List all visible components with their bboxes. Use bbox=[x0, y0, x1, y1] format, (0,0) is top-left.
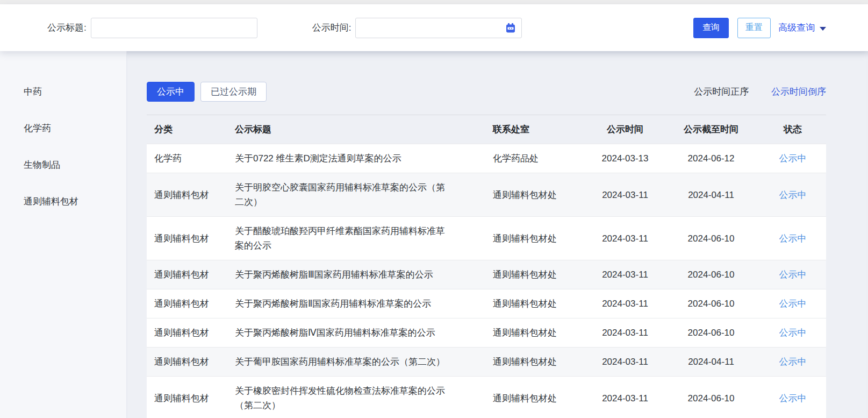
status-link[interactable]: 公示中 bbox=[779, 190, 807, 200]
cell-category: 通则辅料包材 bbox=[147, 318, 227, 348]
cell-deadline-date: 2024-06-10 bbox=[663, 318, 759, 348]
notice-title-link[interactable]: 关于明胶空心胶囊国家药用辅料标准草案的公示（第二次） bbox=[235, 180, 451, 209]
notice-title-link[interactable]: 关于橡胶密封件挥发性硫化物检查法标准草案的公示（第二次） bbox=[235, 384, 451, 413]
toolbar: 公示中 已过公示期 公示时间正序 公示时间倒序 bbox=[147, 82, 826, 102]
table-row: 通则辅料包材 关于聚丙烯酸树脂Ⅳ国家药用辅料标准草案的公示 通则辅料包材处 20… bbox=[147, 318, 826, 348]
cell-office: 化学药品处 bbox=[485, 144, 587, 173]
cell-category: 通则辅料包材 bbox=[147, 289, 227, 318]
table-row: 通则辅料包材 关于橡胶密封件挥发性硫化物检查法标准草案的公示（第二次） 通则辅料… bbox=[147, 377, 826, 418]
cell-deadline-date: 2024-06-10 bbox=[663, 289, 759, 318]
cell-publish-date: 2024-03-13 bbox=[587, 144, 663, 173]
cell-office: 通则辅料包材处 bbox=[485, 260, 587, 289]
cell-category: 通则辅料包材 bbox=[147, 173, 227, 217]
cell-publish-date: 2024-03-11 bbox=[587, 289, 663, 318]
status-link[interactable]: 公示中 bbox=[779, 153, 807, 164]
table-row: 通则辅料包材 关于葡甲胺国家药用辅料标准草案的公示（第二次） 通则辅料包材处 2… bbox=[147, 348, 826, 377]
col-header-title: 公示标题 bbox=[227, 115, 485, 144]
content-area: 中药 化学药 生物制品 通则辅料包材 公示中 已过公示期 公示时间正序 公示时间… bbox=[0, 51, 868, 418]
cell-office: 通则辅料包材处 bbox=[485, 217, 587, 260]
notice-table: 分类 公示标题 联系处室 公示时间 公示截至时间 状态 化学药 关于0722 维… bbox=[147, 115, 826, 418]
table-header-row: 分类 公示标题 联系处室 公示时间 公示截至时间 状态 bbox=[147, 115, 826, 144]
cell-category: 通则辅料包材 bbox=[147, 377, 227, 418]
top-strip bbox=[0, 0, 868, 4]
advanced-query-label: 高级查询 bbox=[778, 22, 815, 34]
cell-publish-date: 2024-03-11 bbox=[587, 377, 663, 418]
sidebar-item-chemical-drug[interactable]: 化学药 bbox=[0, 110, 126, 147]
sort-publish-time-asc-link[interactable]: 公示时间正序 bbox=[694, 87, 749, 97]
col-header-publish-time: 公示时间 bbox=[587, 115, 663, 144]
cell-category: 化学药 bbox=[147, 144, 227, 173]
page-root: 公示标题: 公示时间: 查询 重置 高级查询 中药 化学药 bbox=[0, 0, 868, 418]
status-link[interactable]: 公示中 bbox=[779, 299, 807, 309]
notice-title-link[interactable]: 关于聚丙烯酸树脂Ⅲ国家药用辅料标准草案的公示 bbox=[235, 267, 451, 282]
cell-category: 通则辅料包材 bbox=[147, 260, 227, 289]
sidebar-item-biological-product[interactable]: 生物制品 bbox=[0, 147, 126, 183]
notice-time-input-wrap bbox=[355, 18, 522, 38]
notice-title-link[interactable]: 关于聚丙烯酸树脂Ⅳ国家药用辅料标准草案的公示 bbox=[235, 325, 451, 340]
cell-category: 通则辅料包材 bbox=[147, 217, 227, 260]
notice-title-link[interactable]: 关于聚丙烯酸树脂Ⅱ国家药用辅料标准草案的公示 bbox=[235, 296, 451, 311]
notice-title-input[interactable] bbox=[91, 18, 257, 38]
notice-time-label: 公示时间: bbox=[312, 22, 351, 34]
col-header-deadline: 公示截至时间 bbox=[663, 115, 759, 144]
col-header-status: 状态 bbox=[759, 115, 826, 144]
cell-publish-date: 2024-03-11 bbox=[587, 217, 663, 260]
sidebar-item-general-excipient-packaging[interactable]: 通则辅料包材 bbox=[0, 183, 126, 220]
cell-office: 通则辅料包材处 bbox=[485, 173, 587, 217]
cell-office: 通则辅料包材处 bbox=[485, 289, 587, 318]
status-link[interactable]: 公示中 bbox=[779, 270, 807, 280]
status-link[interactable]: 公示中 bbox=[779, 328, 807, 338]
cell-office: 通则辅料包材处 bbox=[485, 318, 587, 348]
cell-deadline-date: 2024-04-11 bbox=[663, 348, 759, 377]
search-bar: 公示标题: 公示时间: 查询 重置 高级查询 bbox=[0, 4, 868, 51]
reset-button[interactable]: 重置 bbox=[737, 18, 771, 38]
cell-deadline-date: 2024-06-10 bbox=[663, 217, 759, 260]
cell-publish-date: 2024-03-11 bbox=[587, 173, 663, 217]
notice-title-link[interactable]: 关于醋酸琥珀酸羟丙甲纤维素酯国家药用辅料标准草案的公示 bbox=[235, 224, 451, 253]
table-row: 通则辅料包材 关于聚丙烯酸树脂Ⅱ国家药用辅料标准草案的公示 通则辅料包材处 20… bbox=[147, 289, 826, 318]
sidebar-item-chinese-medicine[interactable]: 中药 bbox=[0, 74, 126, 110]
cell-office: 通则辅料包材处 bbox=[485, 348, 587, 377]
main-panel: 公示中 已过公示期 公示时间正序 公示时间倒序 分类 公示标题 联系处室 bbox=[127, 51, 868, 418]
cell-publish-date: 2024-03-11 bbox=[587, 260, 663, 289]
category-sidebar: 中药 化学药 生物制品 通则辅料包材 bbox=[0, 51, 127, 418]
notice-time-input[interactable] bbox=[355, 18, 522, 38]
sort-links: 公示时间正序 公示时间倒序 bbox=[694, 86, 826, 98]
notice-title-link[interactable]: 关于0722 维生素D测定法通则草案的公示 bbox=[235, 151, 451, 166]
notice-title-label: 公示标题: bbox=[47, 22, 87, 34]
search-actions: 查询 重置 高级查询 bbox=[693, 18, 826, 38]
cell-category: 通则辅料包材 bbox=[147, 348, 227, 377]
table-row: 通则辅料包材 关于醋酸琥珀酸羟丙甲纤维素酯国家药用辅料标准草案的公示 通则辅料包… bbox=[147, 217, 826, 260]
sort-publish-time-desc-link[interactable]: 公示时间倒序 bbox=[771, 87, 826, 97]
cell-publish-date: 2024-03-11 bbox=[587, 348, 663, 377]
chevron-down-icon bbox=[820, 27, 826, 31]
status-link[interactable]: 公示中 bbox=[779, 357, 807, 367]
status-link[interactable]: 公示中 bbox=[779, 393, 807, 403]
table-row: 化学药 关于0722 维生素D测定法通则草案的公示 化学药品处 2024-03-… bbox=[147, 144, 826, 173]
cell-deadline-date: 2024-04-11 bbox=[663, 173, 759, 217]
cell-deadline-date: 2024-06-12 bbox=[663, 144, 759, 173]
calendar-icon[interactable] bbox=[505, 23, 516, 33]
table-row: 通则辅料包材 关于聚丙烯酸树脂Ⅲ国家药用辅料标准草案的公示 通则辅料包材处 20… bbox=[147, 260, 826, 289]
table-row: 通则辅料包材 关于明胶空心胶囊国家药用辅料标准草案的公示（第二次） 通则辅料包材… bbox=[147, 173, 826, 217]
notice-title-link[interactable]: 关于葡甲胺国家药用辅料标准草案的公示（第二次） bbox=[235, 355, 451, 369]
cell-office: 通则辅料包材处 bbox=[485, 377, 587, 418]
query-button[interactable]: 查询 bbox=[693, 18, 729, 38]
cell-publish-date: 2024-03-11 bbox=[587, 318, 663, 348]
col-header-office: 联系处室 bbox=[485, 115, 587, 144]
col-header-category: 分类 bbox=[147, 115, 227, 144]
cell-deadline-date: 2024-06-10 bbox=[663, 377, 759, 418]
tab-publicity-expired[interactable]: 已过公示期 bbox=[200, 82, 267, 102]
status-link[interactable]: 公示中 bbox=[779, 233, 807, 244]
cell-deadline-date: 2024-06-10 bbox=[663, 260, 759, 289]
tab-in-publicity[interactable]: 公示中 bbox=[147, 82, 195, 102]
advanced-query-link[interactable]: 高级查询 bbox=[778, 22, 826, 34]
